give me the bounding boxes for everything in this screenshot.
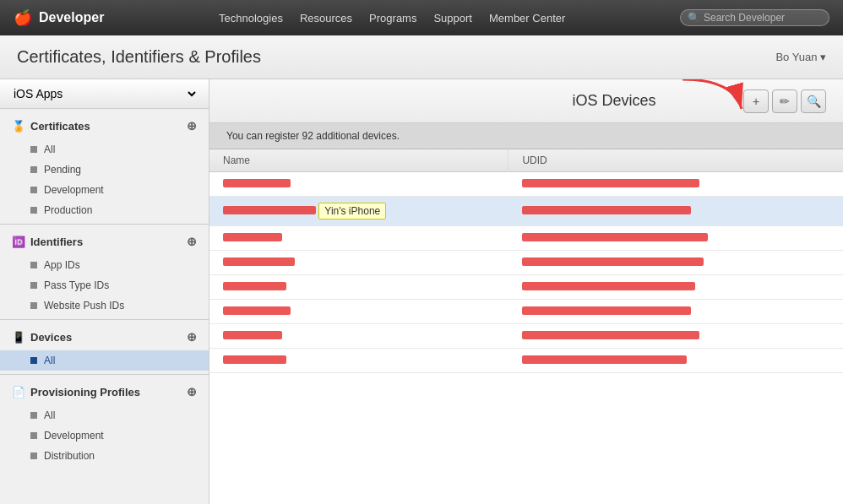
platform-dropdown[interactable]: iOS Apps xyxy=(0,79,209,109)
sidebar-section-devices: 📱 Devices ⊕ All xyxy=(0,323,209,371)
sidebar-item-app-ids[interactable]: App IDs xyxy=(0,255,209,275)
sidebar-item-cert-pending[interactable]: Pending xyxy=(0,160,209,180)
bullet-icon xyxy=(30,262,37,268)
device-udid-cell xyxy=(509,300,843,324)
provisioning-label: Provisioning Profiles xyxy=(30,386,140,398)
nav-programs[interactable]: Programs xyxy=(369,12,416,24)
table-row[interactable]: Yin's iPhone xyxy=(209,197,843,226)
search-input[interactable] xyxy=(704,12,822,24)
bullet-icon xyxy=(30,282,37,289)
device-name-cell xyxy=(209,324,509,349)
search-icon: 🔍 xyxy=(688,12,700,24)
red-arrow xyxy=(683,79,750,117)
sidebar-item-cert-production[interactable]: Production xyxy=(0,200,209,220)
certificates-chevron: ⊕ xyxy=(187,119,197,133)
certificates-header[interactable]: 🏅 Certificates ⊕ xyxy=(0,112,209,139)
device-udid-cell xyxy=(509,226,843,251)
device-name-cell: Yin's iPhone xyxy=(209,197,509,226)
device-table: Name UDID Yin's iPhone xyxy=(209,149,843,373)
brand-name: Developer xyxy=(39,10,104,25)
provisioning-chevron: ⊕ xyxy=(187,385,197,398)
device-udid-cell xyxy=(509,275,843,300)
devices-header[interactable]: 📱 Devices ⊕ xyxy=(0,323,209,350)
bullet-icon xyxy=(30,207,37,214)
sidebar-item-prov-development[interactable]: Development xyxy=(0,425,209,446)
nav-member-center[interactable]: Member Center xyxy=(489,12,565,24)
device-name-cell xyxy=(209,300,509,324)
brand-logo: 🍎 Developer xyxy=(14,8,104,27)
page-header: Certificates, Identifiers & Profiles Bo … xyxy=(0,35,843,79)
table-row[interactable] xyxy=(209,251,843,275)
bullet-icon xyxy=(30,357,37,364)
search-box[interactable]: 🔍 xyxy=(680,9,829,26)
device-name-cell xyxy=(209,172,509,197)
tooltip: Yin's iPhone xyxy=(318,203,386,219)
platform-select[interactable]: iOS Apps xyxy=(10,86,199,101)
identifiers-label: Identifiers xyxy=(30,236,83,248)
edit-button[interactable]: ✏ xyxy=(772,89,797,113)
content-header: iOS Devices + ✏ 🔍 xyxy=(209,79,843,123)
apple-icon: 🍎 xyxy=(14,8,32,27)
bullet-icon xyxy=(30,146,37,153)
device-name-cell xyxy=(209,275,509,300)
sidebar-item-prov-distribution[interactable]: Distribution xyxy=(0,446,209,466)
search-button[interactable]: 🔍 xyxy=(801,89,826,113)
sidebar-item-cert-all[interactable]: All xyxy=(0,139,209,160)
bullet-icon xyxy=(30,166,37,173)
device-icon: 📱 xyxy=(12,330,25,344)
bullet-icon xyxy=(30,302,37,309)
identifiers-header[interactable]: 🆔 Identifiers ⊕ xyxy=(0,228,209,255)
device-udid-cell xyxy=(509,172,843,197)
bullet-icon xyxy=(30,187,37,193)
device-name-cell xyxy=(209,226,509,251)
info-bar: You can register 92 additional devices. xyxy=(209,123,843,149)
provisioning-icon: 📄 xyxy=(12,385,25,398)
device-udid-cell xyxy=(509,324,843,349)
page-title: Certificates, Identifiers & Profiles xyxy=(17,47,261,67)
devices-chevron: ⊕ xyxy=(187,330,197,344)
table-row[interactable] xyxy=(209,300,843,324)
certificates-label: Certificates xyxy=(30,120,90,133)
user-menu[interactable]: Bo Yuan ▾ xyxy=(775,51,826,63)
nav-resources[interactable]: Resources xyxy=(300,12,352,24)
table-body: Yin's iPhone xyxy=(209,172,843,373)
sidebar-section-certificates: 🏅 Certificates ⊕ All Pending Development… xyxy=(0,112,209,220)
column-name: Name xyxy=(209,149,509,172)
nav-technologies[interactable]: Technologies xyxy=(219,12,283,24)
bullet-icon xyxy=(30,412,37,419)
sidebar: iOS Apps 🏅 Certificates ⊕ All Pending xyxy=(0,79,209,504)
device-udid-cell xyxy=(509,251,843,275)
divider xyxy=(0,224,209,225)
device-udid-cell xyxy=(509,349,843,373)
sidebar-item-devices-all[interactable]: All xyxy=(0,350,209,371)
main-layout: iOS Apps 🏅 Certificates ⊕ All Pending xyxy=(0,79,843,504)
table-row[interactable] xyxy=(209,172,843,197)
divider xyxy=(0,374,209,375)
table-row[interactable] xyxy=(209,324,843,349)
identifier-icon: 🆔 xyxy=(12,235,25,248)
sidebar-item-cert-development[interactable]: Development xyxy=(0,180,209,200)
device-udid-cell xyxy=(509,197,843,226)
sidebar-item-pass-type-ids[interactable]: Pass Type IDs xyxy=(0,275,209,295)
certificate-icon: 🏅 xyxy=(12,119,25,133)
table-row[interactable] xyxy=(209,226,843,251)
devices-label: Devices xyxy=(30,331,72,344)
content-area: iOS Devices + ✏ 🔍 You can register 92 ad… xyxy=(209,79,843,504)
column-udid: UDID xyxy=(509,149,843,172)
nav-support[interactable]: Support xyxy=(433,12,472,24)
bullet-icon xyxy=(30,432,37,439)
sidebar-section-identifiers: 🆔 Identifiers ⊕ App IDs Pass Type IDs We… xyxy=(0,228,209,316)
provisioning-header[interactable]: 📄 Provisioning Profiles ⊕ xyxy=(0,378,209,405)
info-text: You can register 92 additional devices. xyxy=(226,130,400,142)
sidebar-section-provisioning: 📄 Provisioning Profiles ⊕ All Developmen… xyxy=(0,378,209,466)
device-name-cell xyxy=(209,349,509,373)
table-row[interactable] xyxy=(209,275,843,300)
divider xyxy=(0,319,209,320)
top-navigation: 🍎 Developer Technologies Resources Progr… xyxy=(0,0,843,35)
sidebar-item-prov-all[interactable]: All xyxy=(0,405,209,425)
table-row[interactable] xyxy=(209,349,843,373)
table-header-row: Name UDID xyxy=(209,149,843,172)
content-actions: + ✏ 🔍 xyxy=(743,89,826,113)
sidebar-item-website-push-ids[interactable]: Website Push IDs xyxy=(0,295,209,316)
nav-links: Technologies Resources Programs Support … xyxy=(124,12,660,24)
